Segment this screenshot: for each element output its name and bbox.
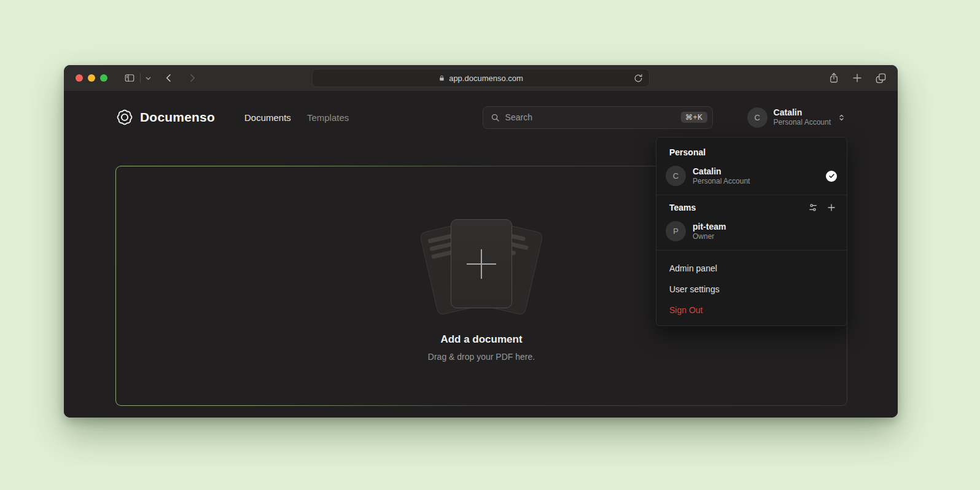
- teams-section-label: Teams: [669, 203, 696, 212]
- search-box[interactable]: ⌘+K: [483, 106, 713, 129]
- personal-account-text: Catalin Personal Account: [693, 166, 750, 186]
- personal-account-name: Catalin: [693, 166, 750, 177]
- menu-item-admin-panel[interactable]: Admin panel: [656, 258, 847, 279]
- forward-icon[interactable]: [187, 73, 197, 83]
- browser-toolbar: app.documenso.com: [64, 65, 898, 91]
- account-text: Catalin Personal Account: [774, 107, 831, 127]
- account-menu-trigger[interactable]: C Catalin Personal Account: [747, 107, 846, 128]
- chevrons-up-down-icon: [837, 113, 846, 122]
- menu-item-sign-out[interactable]: Sign Out: [656, 300, 847, 321]
- tab-group-chevron-icon[interactable]: [145, 75, 152, 82]
- dropzone-title: Add a document: [440, 333, 522, 346]
- brand-name: Documenso: [140, 110, 215, 125]
- personal-account-avatar: C: [666, 166, 686, 186]
- account-name: Catalin: [774, 107, 831, 118]
- window-controls: [76, 74, 107, 82]
- zoom-window-button[interactable]: [100, 74, 107, 82]
- reload-icon[interactable]: [633, 73, 644, 84]
- close-window-button[interactable]: [76, 74, 83, 82]
- browser-window: app.documenso.com: [64, 65, 898, 418]
- selected-check-icon: [826, 171, 837, 182]
- team-row[interactable]: P pit-team Owner: [656, 219, 847, 247]
- new-tab-icon[interactable]: [852, 72, 863, 84]
- account-subtitle: Personal Account: [774, 118, 831, 127]
- search-icon: [491, 113, 500, 122]
- menu-item-user-settings[interactable]: User settings: [656, 279, 847, 300]
- address-url: app.documenso.com: [449, 74, 523, 83]
- tab-overview-icon[interactable]: [875, 72, 887, 84]
- nav-documents[interactable]: Documents: [244, 112, 291, 123]
- app-header: Documenso Documents Templates ⌘+K C Cata…: [64, 91, 898, 144]
- team-text: pit-team Owner: [693, 222, 726, 241]
- address-bar[interactable]: app.documenso.com: [312, 69, 650, 87]
- teams-actions: [808, 203, 836, 212]
- app-page: Documenso Documents Templates ⌘+K C Cata…: [64, 91, 898, 418]
- back-icon[interactable]: [164, 73, 174, 83]
- front-card: [451, 219, 512, 308]
- team-role: Owner: [693, 232, 726, 241]
- team-avatar: P: [666, 221, 686, 241]
- nav-templates[interactable]: Templates: [307, 112, 349, 123]
- document-stack-illustration: [417, 219, 546, 311]
- search-input[interactable]: [505, 112, 675, 122]
- search-shortcut-badge: ⌘+K: [681, 112, 707, 123]
- menu-divider: [656, 195, 847, 195]
- minimize-window-button[interactable]: [88, 74, 95, 82]
- account-dropdown-menu: Personal C Catalin Personal Account Team…: [656, 137, 847, 326]
- documenso-logo-icon: [115, 108, 134, 126]
- toolbar-left-group: [123, 72, 197, 84]
- primary-nav: Documents Templates: [244, 112, 349, 123]
- teams-section-header: Teams: [656, 203, 847, 219]
- team-name: pit-team: [693, 222, 726, 232]
- personal-account-row[interactable]: C Catalin Personal Account: [656, 163, 847, 192]
- sidebar-toggle-icon[interactable]: [123, 72, 136, 84]
- brand[interactable]: Documenso: [115, 108, 215, 126]
- manage-teams-icon[interactable]: [808, 203, 818, 212]
- dropzone-subtitle: Drag & drop your PDF here.: [428, 352, 535, 362]
- share-icon[interactable]: [828, 72, 839, 84]
- personal-account-subtitle: Personal Account: [693, 177, 750, 186]
- toolbar-divider: [140, 73, 141, 83]
- menu-divider: [656, 250, 847, 251]
- account-avatar: C: [747, 107, 768, 128]
- toolbar-right-group: [828, 65, 887, 91]
- add-plus-icon: [467, 249, 496, 279]
- personal-section-label: Personal: [656, 146, 847, 163]
- create-team-icon[interactable]: [826, 203, 836, 212]
- lock-icon: [438, 74, 445, 82]
